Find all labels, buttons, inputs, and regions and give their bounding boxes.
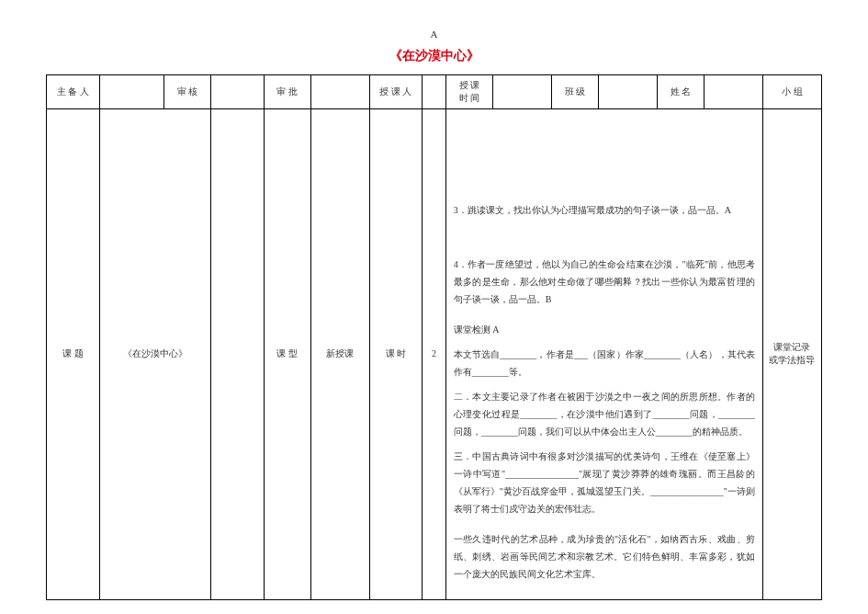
test-line-2: 二．本文主要记录了作者在被困于沙漠之中一夜之间的所思所想。作者的心理变化过程是_… (454, 388, 755, 440)
keti-label: 课 题 (47, 108, 100, 599)
body-c3 (211, 108, 265, 599)
main-content-cell: 3．跳读课文，找出你认为心理描写最成功的句子谈一谈，品一品。A 4．作者一度绝望… (445, 108, 762, 599)
kexing-label: 课 型 (264, 108, 310, 599)
keti-value: 《在沙漠中心》 (99, 108, 210, 599)
classroom-test-section: 课堂检测 A 本文节选自________，作者是___（国家）作家_______… (454, 321, 755, 517)
hdr-c12 (598, 74, 657, 108)
hdr-c6 (310, 74, 369, 108)
test-title: 课堂检测 A (454, 321, 755, 338)
body-row: 课 题 《在沙漠中心》 课 型 新授课 课 时 2 3．跳读课文，找出你认为心理… (47, 108, 822, 599)
question-3: 3．跳读课文，找出你认为心理描写最成功的句子谈一谈，品一品。A (454, 201, 755, 219)
test-line-1: 本文节选自________，作者是___（国家）作家________（人名），其… (454, 346, 755, 381)
doc-title: 《在沙漠中心》 (46, 47, 822, 65)
hdr-c14 (705, 74, 763, 108)
footer-paragraph: 一些久违时代的艺术品种，成为珍贵的"活化石"，如纳西古乐、戏曲、剪纸、刺绣、岩画… (454, 530, 755, 583)
test-line-3: 三．中国古典诗词中有很多对沙漠描写的优美诗句，王维在《使至塞上》一诗中写道"__… (454, 448, 755, 517)
hdr-shenpi: 审 批 (264, 74, 310, 108)
top-letter: A (46, 28, 822, 41)
content-block: 3．跳读课文，找出你认为心理描写最成功的句子谈一谈，品一品。A 4．作者一度绝望… (454, 201, 755, 583)
sidebar-note-label: 课堂记录 或学法指导 (762, 108, 821, 599)
lesson-plan-table: 主 备 人 审 核 审 批 授 课 人 授 课 时 间 班 级 姓 名 小 组 … (46, 74, 822, 600)
keshi-label: 课 时 (369, 108, 423, 599)
hdr-shoukeshijian: 授 课 时 间 (445, 74, 492, 108)
hdr-c10 (492, 74, 551, 108)
hdr-zhuberen: 主 备 人 (47, 74, 100, 108)
hdr-xingming: 姓 名 (657, 74, 704, 108)
keshi-value: 2 (423, 108, 446, 599)
hdr-c4 (211, 74, 265, 108)
kexing-value: 新授课 (310, 108, 369, 599)
hdr-c2 (99, 74, 163, 108)
hdr-xiaozu: 小 组 (762, 74, 821, 108)
hdr-shoukeren: 授 课 人 (369, 74, 423, 108)
header-row: 主 备 人 审 核 审 批 授 课 人 授 课 时 间 班 级 姓 名 小 组 (47, 74, 822, 108)
question-4: 4．作者一度绝望过，他以为自己的生命会结束在沙漠，"临死"前，他思考最多的是生命… (454, 256, 755, 308)
hdr-banji: 班 级 (551, 74, 598, 108)
hdr-c8 (423, 74, 446, 108)
hdr-shenhe: 审 核 (163, 74, 210, 108)
